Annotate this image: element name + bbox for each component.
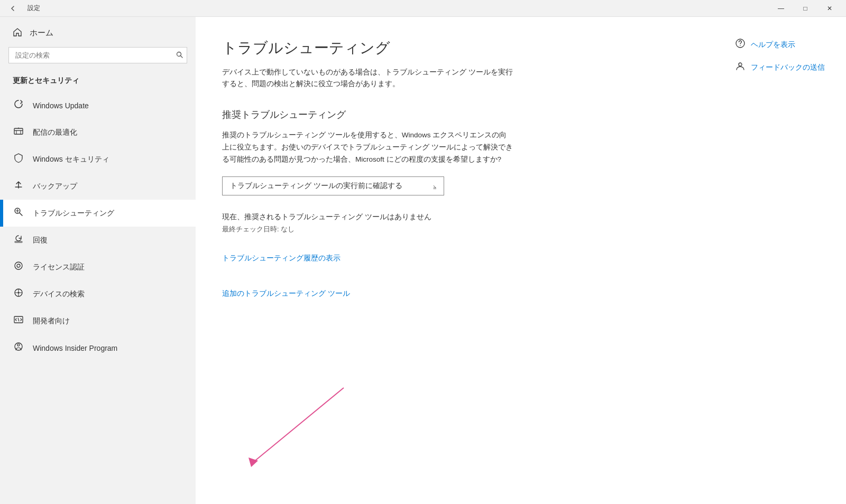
- developer-icon: [13, 314, 24, 328]
- recommended-section-title: 推奨トラブルシューティング: [222, 108, 698, 121]
- svg-line-12: [18, 318, 19, 321]
- windows-update-label: Windows Update: [33, 101, 89, 110]
- windows-security-label: Windows セキュリティ: [33, 155, 109, 164]
- help-link-container[interactable]: ヘルプを表示: [735, 38, 835, 51]
- feedback-link-container[interactable]: フィードバックの送信: [735, 61, 835, 74]
- sidebar-item-find-device[interactable]: デバイスの検索: [0, 281, 196, 307]
- status-text: 現在、推奨されるトラブルシューティング ツールはありません: [222, 212, 698, 222]
- window-title: 設定: [27, 4, 40, 13]
- sidebar-item-developer[interactable]: 開発者向け: [0, 307, 196, 334]
- backup-icon: [13, 180, 24, 193]
- help-link[interactable]: ヘルプを表示: [751, 40, 795, 50]
- sidebar-item-troubleshoot[interactable]: トラブルシューティング: [0, 200, 196, 227]
- sidebar-item-recovery[interactable]: 回復: [0, 227, 196, 254]
- recovery-label: 回復: [33, 236, 48, 245]
- sidebar-item-windows-update[interactable]: Windows Update: [0, 92, 196, 119]
- sidebar: ホーム 更新とセキュリティ Windows Update: [0, 17, 196, 504]
- annotation-arrow: [227, 377, 412, 472]
- delivery-label: 配信の最適化: [33, 128, 77, 137]
- find-device-label: デバイスの検索: [33, 290, 85, 299]
- troubleshoot-label: トラブルシューティング: [33, 209, 114, 218]
- minimize-button[interactable]: —: [769, 0, 793, 17]
- svg-point-10: [18, 292, 20, 294]
- insider-icon: [13, 341, 24, 354]
- svg-rect-4: [15, 241, 22, 242]
- sidebar-item-windows-security[interactable]: Windows セキュリティ: [0, 146, 196, 173]
- find-device-icon: [13, 287, 24, 301]
- delivery-icon: [13, 126, 24, 139]
- status-sub: 最終チェック日時: なし: [222, 225, 698, 234]
- search-button[interactable]: [176, 51, 183, 60]
- additional-troubleshoot-link[interactable]: 追加のトラブルシューティング ツール: [222, 289, 350, 298]
- sidebar-item-home[interactable]: ホーム: [0, 17, 196, 47]
- sidebar-section-title: 更新とセキュリティ: [0, 74, 196, 92]
- security-icon: [13, 153, 24, 166]
- troubleshoot-icon: [13, 207, 24, 220]
- titlebar: 設定 — □ ✕: [0, 0, 846, 17]
- svg-line-1: [181, 55, 183, 58]
- sidebar-item-license[interactable]: ライセンス認証: [0, 254, 196, 281]
- svg-point-18: [740, 45, 741, 46]
- sidebar-item-insider[interactable]: Windows Insider Program: [0, 334, 196, 361]
- dropdown-label: トラブルシューティング ツールの実行前に確認する: [230, 181, 402, 191]
- help-panel: ヘルプを表示 フィードバックの送信: [730, 17, 846, 504]
- home-icon: [13, 27, 22, 39]
- search-input[interactable]: [8, 47, 187, 63]
- window-controls: — □ ✕: [769, 0, 842, 17]
- windows-update-icon: [13, 99, 24, 112]
- search-container: [8, 47, 187, 63]
- close-button[interactable]: ✕: [817, 0, 842, 17]
- svg-point-14: [17, 344, 20, 346]
- developer-label: 開発者向け: [33, 316, 70, 326]
- license-icon: [13, 260, 24, 274]
- main-content: トラブルシューティング デバイス上で動作していないものがある場合は、トラブルシュ…: [196, 17, 730, 504]
- feedback-link[interactable]: フィードバックの送信: [751, 63, 825, 72]
- recovery-icon: [13, 234, 24, 247]
- recommended-description: 推奨のトラブルシューティング ツールを使用すると、Windows エクスペリエン…: [222, 129, 513, 166]
- svg-rect-2: [14, 128, 23, 134]
- page-title: トラブルシューティング: [222, 38, 698, 58]
- backup-label: バックアップ: [33, 182, 77, 191]
- svg-point-19: [739, 63, 742, 66]
- home-label: ホーム: [30, 28, 53, 38]
- maximize-button[interactable]: □: [793, 0, 817, 17]
- svg-point-6: [17, 264, 20, 267]
- chevron-down-icon: ⦥: [433, 183, 436, 190]
- svg-marker-16: [249, 458, 258, 467]
- troubleshoot-preference-dropdown[interactable]: トラブルシューティング ツールの実行前に確認する ⦥: [222, 176, 444, 195]
- troubleshoot-history-link[interactable]: トラブルシューティング履歴の表示: [222, 254, 341, 263]
- page-description: デバイス上で動作していないものがある場合は、トラブルシューティング ツールを実行…: [222, 67, 513, 89]
- feedback-icon: [735, 61, 746, 74]
- insider-label: Windows Insider Program: [33, 344, 117, 352]
- sidebar-item-backup[interactable]: バックアップ: [0, 173, 196, 200]
- help-icon: [735, 38, 746, 51]
- app-window: ホーム 更新とセキュリティ Windows Update: [0, 17, 846, 504]
- sidebar-item-delivery[interactable]: 配信の最適化: [0, 119, 196, 146]
- svg-point-5: [15, 262, 22, 269]
- back-button[interactable]: [4, 0, 21, 17]
- license-label: ライセンス認証: [33, 263, 85, 272]
- svg-line-15: [254, 388, 344, 462]
